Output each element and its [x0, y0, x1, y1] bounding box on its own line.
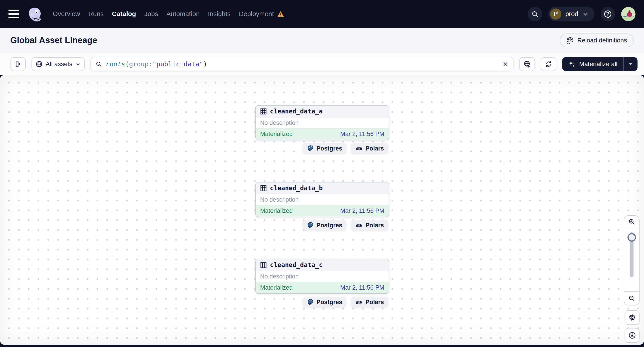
asset-status-bar: Materialized Mar 2, 11:56 PM [256, 205, 389, 217]
chevron-down-icon [582, 11, 588, 17]
tag-postgres[interactable]: Postgres [302, 297, 347, 308]
deployment-switcher[interactable]: P prod [548, 7, 594, 21]
reload-definitions-button[interactable]: Reload definitions [560, 33, 634, 47]
warning-icon [277, 10, 284, 18]
tag-postgres[interactable]: Postgres [302, 220, 347, 231]
tag-label: Postgres [316, 299, 342, 306]
nav-runs[interactable]: Runs [88, 10, 104, 18]
nav-catalog[interactable]: Catalog [112, 10, 136, 18]
query-paren-open: ( [125, 60, 129, 68]
lineage-toolbar: All assets roots(group:"public_data") [0, 53, 644, 75]
globe-plus-icon [523, 60, 531, 68]
globe-icon [36, 60, 43, 68]
tag-label: Polars [365, 145, 384, 152]
open-left-panel-button[interactable] [10, 57, 26, 71]
tag-polars[interactable]: Polars [350, 220, 388, 231]
view-full-graph-button[interactable] [519, 57, 535, 71]
download-image-button[interactable] [624, 328, 640, 343]
tag-label: Polars [365, 299, 384, 306]
query-colon: : [148, 60, 152, 68]
help-icon [603, 9, 612, 18]
polars-icon [355, 300, 363, 305]
zoom-out-button[interactable] [624, 291, 639, 305]
reload-definitions-icon [566, 37, 574, 44]
query-paren-close: ) [203, 60, 207, 68]
asset-name: cleaned_data_a [270, 108, 323, 115]
dagster-logo[interactable] [27, 7, 42, 21]
graph-settings-button[interactable] [624, 310, 640, 325]
polars-icon [355, 223, 363, 228]
refresh-icon [545, 60, 552, 68]
status-badge: Materialized [260, 207, 293, 214]
asset-scope-label: All assets [46, 60, 72, 68]
settings-gear-icon [628, 314, 636, 322]
nav-deployment-label: Deployment [239, 10, 274, 18]
asset-tags-cleaned_data_b: Postgres Polars [255, 220, 388, 231]
search-icon [531, 10, 539, 18]
hamburger-menu-icon[interactable] [8, 7, 22, 21]
postgres-icon [307, 145, 314, 152]
status-badge: Materialized [260, 131, 293, 138]
nav-automation[interactable]: Automation [166, 10, 200, 18]
asset-name: cleaned_data_b [270, 184, 323, 192]
nav-jobs[interactable]: Jobs [144, 10, 158, 18]
materialization-timestamp[interactable]: Mar 2, 11:56 PM [340, 284, 384, 291]
nav-overview[interactable]: Overview [53, 10, 80, 18]
chevron-down-icon [75, 61, 81, 67]
asset-selection-input[interactable]: roots(group:"public_data") [90, 57, 514, 71]
reload-definitions-label: Reload definitions [577, 37, 627, 44]
sparkles-icon [568, 60, 576, 68]
zoom-in-icon [628, 218, 635, 225]
asset-node-header: cleaned_data_c [256, 259, 389, 271]
tag-label: Polars [365, 222, 384, 229]
clear-icon [502, 61, 508, 67]
table-icon [260, 185, 267, 192]
deployment-badge: P [550, 8, 561, 20]
nav-insights[interactable]: Insights [208, 10, 230, 18]
zoom-slider-knob[interactable] [628, 233, 636, 242]
asset-node-cleaned_data_a[interactable]: cleaned_data_a No description Materializ… [255, 105, 389, 140]
search-icon [96, 61, 102, 67]
materialization-timestamp[interactable]: Mar 2, 11:56 PM [340, 131, 384, 138]
table-icon [260, 262, 267, 268]
materialize-all-label: Materialize all [579, 60, 618, 68]
caret-down-icon [628, 61, 634, 67]
materialize-options-caret[interactable] [624, 57, 638, 71]
zoom-out-icon [628, 295, 635, 302]
open-panel-icon [14, 60, 22, 68]
asset-node-cleaned_data_b[interactable]: cleaned_data_b No description Materializ… [255, 182, 389, 217]
tag-postgres[interactable]: Postgres [302, 143, 347, 154]
asset-status-bar: Materialized Mar 2, 11:56 PM [256, 282, 389, 293]
help-button[interactable] [601, 7, 615, 21]
nav-deployment[interactable]: Deployment [239, 10, 284, 18]
query-key: group [129, 60, 148, 68]
tag-polars[interactable]: Polars [350, 297, 388, 308]
nav-links: Overview Runs Catalog Jobs Automation In… [53, 10, 284, 18]
postgres-icon [307, 299, 314, 306]
asset-selection-query[interactable]: roots(group:"public_data") [106, 60, 499, 68]
asset-node-header: cleaned_data_b [256, 182, 389, 194]
zoom-slider[interactable] [624, 228, 639, 291]
postgres-icon [307, 222, 314, 229]
asset-tags-cleaned_data_c: Postgres Polars [255, 297, 388, 308]
query-function: roots [106, 60, 125, 68]
status-badge: Materialized [260, 284, 293, 291]
asset-description: No description [256, 194, 389, 205]
materialization-timestamp[interactable]: Mar 2, 11:56 PM [340, 207, 384, 214]
materialize-all-button[interactable]: Materialize all [562, 57, 638, 71]
refresh-button[interactable] [541, 57, 556, 71]
zoom-in-button[interactable] [624, 216, 639, 228]
tag-label: Postgres [316, 145, 342, 152]
lineage-canvas[interactable]: cleaned_data_a No description Materializ… [0, 75, 644, 345]
asset-name: cleaned_data_c [270, 261, 323, 269]
table-icon [260, 108, 267, 115]
asset-scope-filter-button[interactable]: All assets [32, 57, 85, 71]
page-title: Global Asset Lineage [10, 35, 97, 45]
tag-polars[interactable]: Polars [350, 143, 388, 154]
search-button[interactable] [528, 7, 542, 21]
asset-description: No description [256, 117, 389, 128]
clear-search-button[interactable] [502, 61, 508, 67]
page-header: Global Asset Lineage Reload definitions [0, 28, 644, 53]
asset-node-cleaned_data_c[interactable]: cleaned_data_c No description Materializ… [255, 259, 389, 294]
avatar[interactable] [621, 7, 636, 21]
